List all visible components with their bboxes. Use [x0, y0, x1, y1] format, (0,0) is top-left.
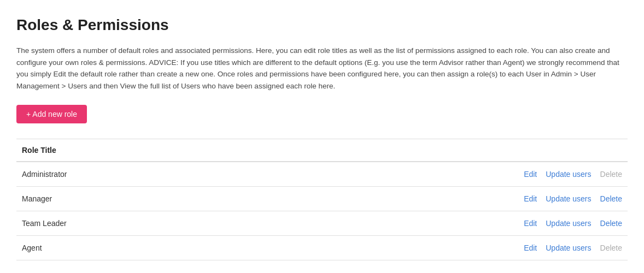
edit-link-team-leader[interactable]: Edit [524, 219, 537, 228]
role-actions-administrator: EditUpdate usersDelete [383, 162, 628, 187]
update-users-link-administrator[interactable]: Update users [546, 170, 591, 179]
edit-link-administrator[interactable]: Edit [524, 170, 537, 179]
table-row: ManagerEditUpdate usersDelete [16, 187, 628, 211]
update-users-link-manager[interactable]: Update users [546, 194, 591, 203]
role-name-administrator: Administrator [16, 162, 383, 187]
page-description: The system offers a number of default ro… [16, 45, 628, 92]
edit-link-agent[interactable]: Edit [524, 244, 537, 252]
column-header-actions [383, 139, 628, 162]
role-name-team-leader: Team Leader [16, 211, 383, 236]
table-header-row: Role Title [16, 139, 628, 162]
delete-link-manager[interactable]: Delete [600, 194, 622, 203]
role-name-agent: Agent [16, 236, 383, 260]
column-header-role-title: Role Title [16, 139, 383, 162]
role-actions-manager: EditUpdate usersDelete [383, 187, 628, 211]
roles-table: Role Title AdministratorEditUpdate users… [16, 139, 628, 260]
delete-link-administrator: Delete [600, 170, 622, 179]
table-row: AdministratorEditUpdate usersDelete [16, 162, 628, 187]
role-actions-agent: EditUpdate usersDelete [383, 236, 628, 260]
table-row: AgentEditUpdate usersDelete [16, 236, 628, 260]
page-title: Roles & Permissions [16, 16, 628, 34]
role-name-manager: Manager [16, 187, 383, 211]
update-users-link-agent[interactable]: Update users [546, 244, 591, 252]
table-row: Team LeaderEditUpdate usersDelete [16, 211, 628, 236]
role-actions-team-leader: EditUpdate usersDelete [383, 211, 628, 236]
delete-link-team-leader[interactable]: Delete [600, 219, 622, 228]
update-users-link-team-leader[interactable]: Update users [546, 219, 591, 228]
delete-link-agent: Delete [600, 244, 622, 252]
add-role-button[interactable]: + Add new role [16, 105, 87, 123]
edit-link-manager[interactable]: Edit [524, 194, 537, 203]
